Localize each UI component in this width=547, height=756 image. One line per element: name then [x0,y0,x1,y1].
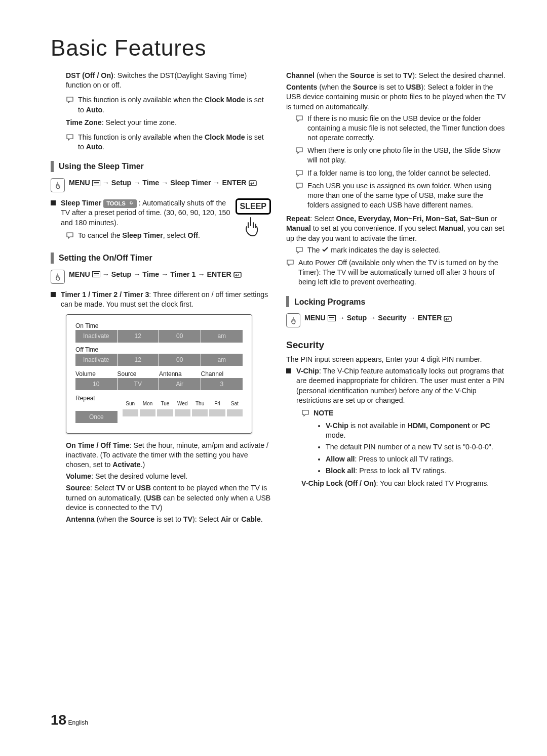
vchip-desc: V-Chip: The V-Chip feature automatically… [296,366,506,405]
note-bullet-1: V-Chip is not available in HDMI, Compone… [326,421,506,440]
day-label: Thu [192,400,208,407]
on-time-hour: 12 [118,330,160,342]
sleep-menu-path: MENU → Setup → Time → Sleep Timer → ENTE… [69,178,258,188]
square-bullet [286,368,291,373]
volume-val: 10 [75,378,118,390]
off-time-label: Off Time [75,346,243,354]
security-intro: The PIN input screen appears, Enter your… [286,355,506,364]
section-bar [51,161,54,172]
ontime-offtime-desc: On Time / Off Time: Set the hour, minute… [66,441,271,470]
usb-note-2: When there is only one photo file in the… [307,146,506,165]
dst-note: This function is only available when the… [78,95,271,114]
section-heading-locking: Locking Programs [294,297,365,308]
day-label: Mon [140,400,155,407]
day-label: Sat [227,400,243,407]
contents-line: Contents (when the Source is set to USB)… [286,82,506,112]
note-icon [295,246,303,254]
note-icon [66,232,74,239]
note-icon [295,147,303,154]
timer123-desc: Timer 1 / Timer 2 / Timer 3: Three diffe… [61,290,271,309]
section-bar [51,253,54,264]
day-cell [157,409,173,416]
check-icon [322,245,329,255]
square-bullet [51,292,56,297]
sleep-icon: SLEEP [236,198,271,243]
enter-icon [233,271,243,278]
timezone-line: Time Zone: Select your time zone. [66,118,271,128]
day-label: Tue [157,400,173,407]
note-label: NOTE [314,408,333,418]
note-icon [301,409,309,416]
day-label: Sun [123,400,138,407]
day-cell [209,409,225,416]
repeat-note: The mark indicates the day is selected. [307,245,441,255]
usb-note-3: If a folder name is too long, the folder… [307,169,490,178]
day-cells [123,409,243,416]
menu-icon [92,180,100,186]
remote-hand-icon [51,270,65,284]
dst-line: DST (Off / On): Switches the DST(Dayligh… [66,71,271,90]
timezone-note: This function is only available when the… [78,133,271,152]
section-heading-sleep: Using the Sleep Timer [59,161,144,172]
volume-desc: Volume: Set the desired volume level. [66,472,271,481]
page-number: 18 [51,712,66,728]
note-icon [286,259,294,266]
tools-badge: TOOLS [103,199,137,208]
menu-icon [328,315,336,321]
remote-hand-icon [51,178,65,192]
usb-note-1: If there is no music file on the USB dev… [307,114,506,143]
repeat-val: Once [75,411,118,423]
page-title: Basic Features [51,35,506,61]
page-footer: 18 English [51,712,88,728]
source-label: Source [118,370,160,378]
note-bullet-3: Allow all: Press to unlock all TV rating… [326,454,506,464]
locking-menu-path: MENU → Setup → Security → ENTER [304,313,453,323]
note-bullet-2: The default PIN number of a new TV set i… [326,442,506,452]
off-time-ampm: am [201,354,243,366]
security-heading: Security [286,339,506,352]
channel-line: Channel (when the Source is set to TV): … [286,71,506,80]
source-val: TV [118,378,160,390]
day-cell [192,409,208,416]
usb-note-4: Each USB you use is assigned its own fol… [307,181,506,211]
on-time-min: 00 [159,330,201,342]
off-time-min: 00 [159,354,201,366]
onoff-menu-path: MENU → Setup → Time → Timer 1 → ENTER [69,270,243,279]
enter-icon [249,180,258,187]
days-labels: SunMonTueWedThuFriSat [123,400,243,407]
day-label: Fri [209,400,225,407]
sleep-note: To cancel the Sleep Timer, select Off. [78,231,200,240]
repeat-line: Repeat: Select Once, Everyday, Mon~Fri, … [286,214,506,243]
channel-label: Channel [201,370,243,378]
channel-val: 3 [201,378,243,390]
section-heading-onoff: Setting the On/Off Timer [59,253,152,264]
svg-rect-1 [234,272,241,277]
on-time-label: On Time [75,322,243,330]
antenna-desc: Antenna (when the Source is set to TV): … [66,515,271,524]
vchip-lock-line: V-Chip Lock (Off / On): You can block ra… [301,479,506,488]
note-icon [295,115,303,122]
note-bullet-4: Block all: Press to lock all TV ratings. [326,466,506,476]
remote-hand-icon [286,313,300,327]
day-cell [123,409,138,416]
on-time-ampm: am [201,330,243,342]
page-language: English [68,719,88,726]
antenna-label: Antenna [159,370,201,378]
off-time-hour: 12 [118,354,160,366]
on-time-state: Inactivate [75,330,118,342]
day-cell [175,409,190,416]
enter-icon [444,315,453,322]
square-bullet [51,200,56,205]
repeat-label: Repeat [75,394,118,402]
auto-power-off-note: Auto Power Off (available only when the … [298,258,506,287]
note-icon [295,182,303,189]
svg-rect-0 [249,181,256,186]
volume-label: Volume [75,370,118,378]
menu-icon [92,271,100,277]
svg-rect-2 [444,316,451,321]
day-label: Wed [175,400,190,407]
source-desc: Source: Select TV or USB content to be p… [66,483,271,513]
day-cell [227,409,243,416]
section-bar [286,296,289,307]
antenna-val: Air [159,378,201,390]
